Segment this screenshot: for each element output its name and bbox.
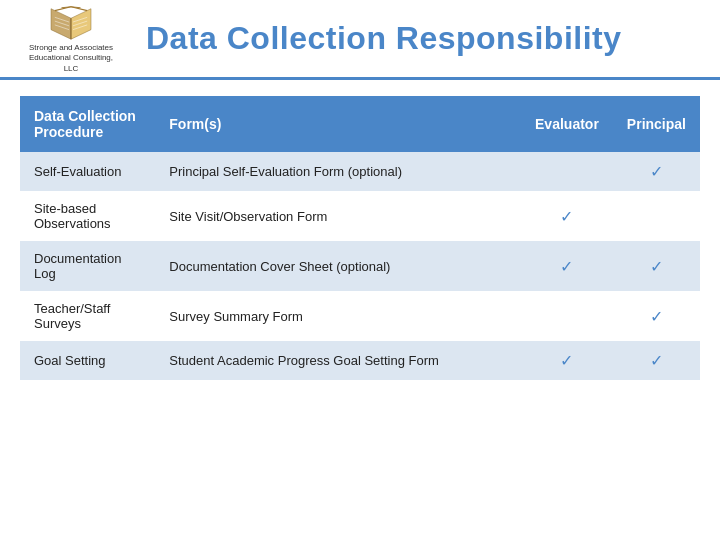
page-title: Data Collection Responsibility (146, 20, 622, 57)
cell-principal: ✓ (613, 341, 700, 380)
cell-principal: ✓ (613, 241, 700, 291)
checkmark-principal: ✓ (650, 352, 663, 369)
table-row: Site-based ObservationsSite Visit/Observ… (20, 191, 700, 241)
col-header-procedure: Data CollectionProcedure (20, 96, 155, 152)
logo-icon (46, 3, 96, 43)
cell-procedure: Teacher/Staff Surveys (20, 291, 155, 341)
table-body: Self-EvaluationPrincipal Self-Evaluation… (20, 152, 700, 380)
table-row: Documentation LogDocumentation Cover She… (20, 241, 700, 291)
cell-forms: Student Academic Progress Goal Setting F… (155, 341, 521, 380)
col-header-forms: Form(s) (155, 96, 521, 152)
checkmark-evaluator: ✓ (560, 208, 573, 225)
cell-principal: ✓ (613, 291, 700, 341)
cell-principal (613, 191, 700, 241)
svg-marker-0 (51, 9, 71, 39)
data-collection-table: Data CollectionProcedure Form(s) Evaluat… (20, 96, 700, 380)
cell-forms: Site Visit/Observation Form (155, 191, 521, 241)
table-row: Teacher/Staff SurveysSurvey Summary Form… (20, 291, 700, 341)
cell-procedure: Goal Setting (20, 341, 155, 380)
col-header-principal: Principal (613, 96, 700, 152)
cell-forms: Survey Summary Form (155, 291, 521, 341)
logo-area: Stronge and Associates Educational Consu… (16, 3, 126, 74)
cell-forms: Principal Self-Evaluation Form (optional… (155, 152, 521, 191)
checkmark-evaluator: ✓ (560, 352, 573, 369)
cell-evaluator: ✓ (521, 241, 613, 291)
cell-procedure: Self-Evaluation (20, 152, 155, 191)
table-row: Goal SettingStudent Academic Progress Go… (20, 341, 700, 380)
checkmark-principal: ✓ (650, 258, 663, 275)
cell-evaluator: ✓ (521, 341, 613, 380)
col-header-evaluator: Evaluator (521, 96, 613, 152)
checkmark-evaluator: ✓ (560, 258, 573, 275)
cell-evaluator (521, 291, 613, 341)
logo-text: Stronge and Associates Educational Consu… (29, 43, 113, 74)
table-header-row: Data CollectionProcedure Form(s) Evaluat… (20, 96, 700, 152)
svg-marker-1 (71, 9, 91, 39)
cell-evaluator (521, 152, 613, 191)
table-container: Data CollectionProcedure Form(s) Evaluat… (0, 80, 720, 396)
cell-procedure: Site-based Observations (20, 191, 155, 241)
cell-procedure: Documentation Log (20, 241, 155, 291)
cell-forms: Documentation Cover Sheet (optional) (155, 241, 521, 291)
checkmark-principal: ✓ (650, 308, 663, 325)
page-header: Stronge and Associates Educational Consu… (0, 0, 720, 80)
cell-evaluator: ✓ (521, 191, 613, 241)
checkmark-principal: ✓ (650, 163, 663, 180)
table-row: Self-EvaluationPrincipal Self-Evaluation… (20, 152, 700, 191)
cell-principal: ✓ (613, 152, 700, 191)
